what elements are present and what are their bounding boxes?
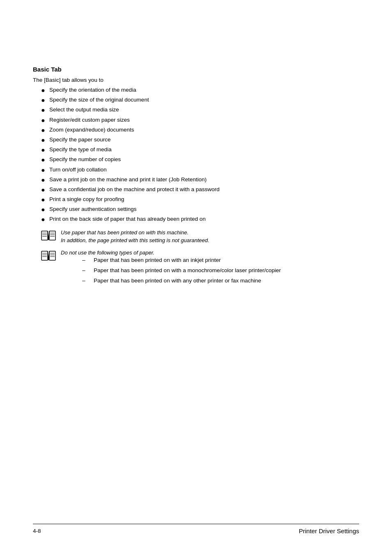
bullet-item-text: Select the output media size [49, 106, 359, 114]
bullet-item-text: Register/edit custom paper sizes [49, 116, 359, 124]
bullet-dot: ● [41, 86, 49, 94]
bullet-dot: ● [41, 96, 49, 104]
svg-rect-1 [49, 231, 55, 240]
list-item: ●Specify the type of media [33, 146, 359, 154]
list-item: –Paper that has been printed on with a m… [61, 267, 281, 275]
list-item: ●Specify the orientation of the media [33, 86, 359, 94]
note-icon-2 [41, 250, 57, 263]
dash-list: –Paper that has been printed on with an … [61, 257, 281, 285]
bullet-dot: ● [41, 146, 49, 154]
note-box-1: Use paper that has been printed on with … [41, 229, 359, 245]
dash-item-text: Paper that has been printed on with any … [94, 277, 281, 285]
intro-text: The [Basic] tab allows you to [33, 77, 359, 83]
list-item: ●Select the output media size [33, 106, 359, 114]
bullet-item-text: Zoom (expand/reduce) documents [49, 126, 359, 134]
list-item: ●Print a single copy for proofing [33, 196, 359, 204]
bullet-dot: ● [41, 176, 49, 184]
bullet-item-text: Specify the orientation of the media [49, 86, 359, 94]
svg-rect-0 [42, 231, 48, 240]
list-item: ●Save a print job on the machine and pri… [33, 176, 359, 184]
bullet-dot: ● [41, 126, 49, 134]
bullet-item-text: Save a print job on the machine and prin… [49, 176, 359, 184]
list-item: ●Specify user authentication settings [33, 206, 359, 213]
list-item: ●Turn on/off job collation [33, 166, 359, 174]
bullet-dot: ● [41, 166, 49, 174]
bullet-dot: ● [41, 136, 49, 144]
bullet-dot: ● [41, 215, 49, 223]
page-container: Basic Tab The [Basic] tab allows you to … [0, 0, 392, 555]
list-item: –Paper that has been printed on with an … [61, 257, 281, 264]
svg-rect-11 [49, 251, 55, 260]
svg-rect-10 [42, 251, 48, 260]
dash-symbol: – [82, 257, 94, 264]
bullet-item-text: Save a confidential job on the machine a… [49, 186, 359, 194]
bullet-item-text: Specify the size of the original documen… [49, 96, 359, 104]
bullet-list: ●Specify the orientation of the media●Sp… [33, 86, 359, 224]
bullet-item-text: Specify user authentication settings [49, 206, 359, 213]
list-item: ●Specify the paper source [33, 136, 359, 144]
dash-symbol: – [82, 267, 94, 275]
dash-item-text: Paper that has been printed on with an i… [94, 257, 281, 264]
note2-intro: Do not use the following types of paper. [61, 249, 281, 257]
list-item: ●Register/edit custom paper sizes [33, 116, 359, 124]
list-item: –Paper that has been printed on with any… [61, 277, 281, 285]
bullet-dot: ● [41, 196, 49, 204]
list-item: ●Specify the size of the original docume… [33, 96, 359, 104]
dash-symbol: – [82, 277, 94, 285]
note-icon-1 [41, 229, 57, 243]
note-text-1: Use paper that has been printed on with … [61, 229, 209, 245]
footer-page-number: 4-8 [33, 528, 41, 534]
note-box-2: Do not use the following types of paper.… [41, 249, 359, 287]
bullet-item-text: Turn on/off job collation [49, 166, 359, 174]
bullet-item-text: Print on the back side of paper that has… [49, 215, 359, 223]
list-item: ●Specify the number of copies [33, 156, 359, 164]
footer: 4-8 Printer Driver Settings [0, 524, 392, 534]
bullet-dot: ● [41, 206, 49, 213]
section-title: Basic Tab [33, 66, 359, 73]
bullet-item-text: Print a single copy for proofing [49, 196, 359, 204]
footer-title: Printer Driver Settings [299, 527, 359, 534]
footer-line [33, 524, 359, 524]
list-item: ●Print on the back side of paper that ha… [33, 215, 359, 223]
footer-content: 4-8 Printer Driver Settings [33, 527, 359, 534]
note-text-2: Do not use the following types of paper.… [61, 249, 281, 287]
list-item: ●Zoom (expand/reduce) documents [33, 126, 359, 134]
dash-item-text: Paper that has been printed on with a mo… [94, 267, 281, 275]
bullet-dot: ● [41, 116, 49, 124]
bullet-dot: ● [41, 156, 49, 164]
bullet-dot: ● [41, 106, 49, 114]
bullet-dot: ● [41, 186, 49, 194]
bullet-item-text: Specify the paper source [49, 136, 359, 144]
bullet-item-text: Specify the number of copies [49, 156, 359, 164]
bullet-item-text: Specify the type of media [49, 146, 359, 154]
list-item: ●Save a confidential job on the machine … [33, 186, 359, 194]
